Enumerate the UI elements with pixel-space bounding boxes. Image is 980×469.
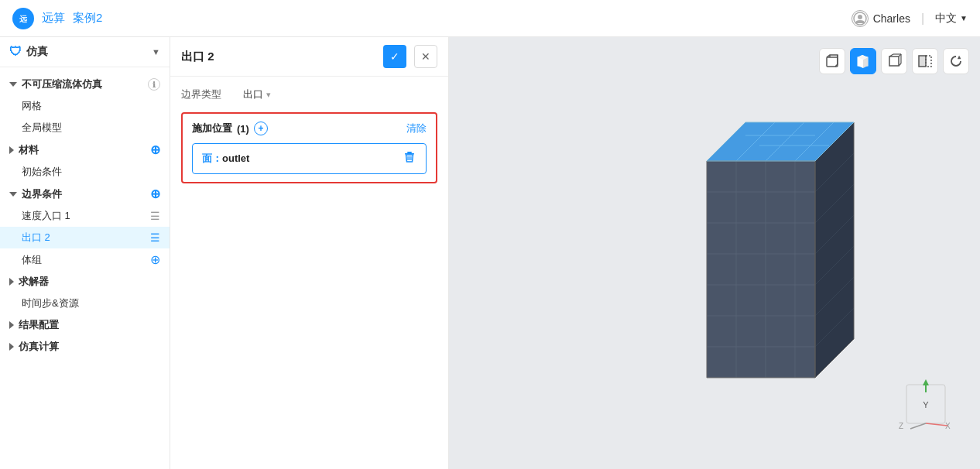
confirm-button[interactable]: ✓ <box>383 45 406 68</box>
face-name: outlet <box>222 152 249 164</box>
sidebar-item-outlet2[interactable]: 出口 2 ☰ <box>0 227 170 248</box>
reset-icon <box>948 53 964 69</box>
add-icon[interactable]: ⊕ <box>150 142 160 157</box>
avatar-icon <box>853 12 867 26</box>
svg-point-3 <box>858 15 862 19</box>
menu-icon[interactable]: ☰ <box>150 231 160 244</box>
expand-icon <box>9 192 17 197</box>
svg-marker-26 <box>815 122 854 378</box>
face-prefix: 面： <box>202 152 222 164</box>
language-selector[interactable]: 中文 ▼ <box>935 12 968 26</box>
axis-indicator: Y Z X <box>895 373 957 438</box>
sidebar-header: 🛡 仿真 ▼ <box>0 37 170 67</box>
panel-body: 边界类型 出口 ▾ 施加位置 (1) + 清除 <box>170 77 448 194</box>
sidebar-item-label: 时间步&资源 <box>22 296 160 310</box>
apply-position-section: 施加位置 (1) + 清除 面：outlet <box>181 112 437 183</box>
wireframe-view-button[interactable] <box>881 48 907 74</box>
chevron-down-icon: ▼ <box>152 47 160 56</box>
header-divider: | <box>921 12 924 26</box>
expand-icon <box>9 343 14 351</box>
boundary-panel: 出口 2 ✓ ✕ 边界类型 出口 ▾ <box>170 37 449 469</box>
sidebar-item-initial-conditions[interactable]: 初始条件 <box>0 161 170 183</box>
sidebar-item-label: 网格 <box>22 99 160 113</box>
sidebar-item-simulation-compute[interactable]: 仿真计算 <box>0 336 170 358</box>
svg-line-62 <box>910 423 926 429</box>
expand-icon <box>9 146 14 154</box>
apply-section-title: 施加位置 (1) + <box>192 122 268 135</box>
add-boundary-icon[interactable]: ⊕ <box>150 187 160 201</box>
svg-rect-17 <box>889 56 899 66</box>
sidebar-item-body-group[interactable]: 体组 ⊕ <box>0 248 170 271</box>
user-info: Charles <box>852 10 910 27</box>
boundary-type-value: 出口 <box>243 87 263 101</box>
menu-icon[interactable]: ☰ <box>150 210 160 222</box>
face-label: 面：outlet <box>202 152 249 166</box>
sidebar-item-incompressible[interactable]: 不可压缩流体仿真 ℹ <box>0 74 170 95</box>
app-logo: 远 <box>12 8 34 29</box>
sidebar-title: 仿真 <box>26 45 48 59</box>
logo-icon: 远 <box>15 11 31 26</box>
axis-svg: Y Z X <box>895 373 957 435</box>
sidebar-item-label: 边界条件 <box>22 187 150 201</box>
svg-marker-59 <box>923 379 929 385</box>
sidebar-item-label: 体组 <box>22 253 150 267</box>
close-button[interactable]: ✕ <box>414 45 437 68</box>
3d-model <box>645 53 877 409</box>
panel-title: 出口 2 <box>181 50 383 64</box>
header-left: 远 远算 案例2 <box>12 8 102 29</box>
project-name-label: 案例2 <box>73 11 102 26</box>
wireframe-icon <box>886 53 902 69</box>
checkmark-icon: ✓ <box>390 50 399 63</box>
language-label: 中文 <box>935 12 957 26</box>
app-name-label: 远算 <box>42 11 65 26</box>
sidebar-item-results-config[interactable]: 结果配置 <box>0 314 170 336</box>
sidebar-content: 不可压缩流体仿真 ℹ 网格 全局模型 材料 ⊕ 初始条件 边界条 <box>0 67 170 469</box>
panel-header: 出口 2 ✓ ✕ <box>170 37 448 77</box>
sidebar-item-label: 材料 <box>19 143 150 157</box>
sidebar-item-boundary-conditions[interactable]: 边界条件 ⊕ <box>0 183 170 205</box>
sidebar-item-label: 出口 2 <box>22 231 147 245</box>
boundary-type-row: 边界类型 出口 ▾ <box>181 87 437 101</box>
sidebar-item-label: 初始条件 <box>22 165 160 179</box>
svg-rect-4 <box>407 152 412 153</box>
panel-actions: ✓ ✕ <box>383 45 437 68</box>
header-right: Charles | 中文 ▼ <box>852 10 968 27</box>
sidebar-item-label: 仿真计算 <box>19 340 160 354</box>
delete-face-button[interactable] <box>403 150 416 167</box>
sidebar-item-global-model[interactable]: 全局模型 <box>0 117 170 139</box>
svg-text:远: 远 <box>19 15 28 23</box>
shield-icon: 🛡 <box>9 45 22 59</box>
clear-button[interactable]: 清除 <box>406 122 427 135</box>
user-avatar <box>852 10 869 27</box>
reset-view-button[interactable] <box>943 48 969 74</box>
sidebar-item-time-resources[interactable]: 时间步&资源 <box>0 293 170 314</box>
main-layout: 🛡 仿真 ▼ 不可压缩流体仿真 ℹ 网格 全局模型 材料 ⊕ <box>0 37 980 469</box>
sidebar-item-solver[interactable]: 求解器 <box>0 271 170 293</box>
boundary-type-label: 边界类型 <box>181 87 243 101</box>
apply-position-label: 施加位置 <box>192 122 232 135</box>
expand-icon <box>9 278 14 286</box>
sidebar-item-label: 求解器 <box>19 275 160 289</box>
sidebar-item-materials[interactable]: 材料 ⊕ <box>0 139 170 161</box>
apply-position-count: (1) <box>237 123 249 135</box>
viewport: Y Z X <box>449 37 980 469</box>
sidebar-item-mesh[interactable]: 网格 <box>0 95 170 117</box>
sidebar-item-label: 速度入口 1 <box>22 209 147 223</box>
chevron-down-icon: ▾ <box>266 90 271 100</box>
section-view-button[interactable] <box>912 48 938 74</box>
add-position-button[interactable]: + <box>254 122 268 135</box>
svg-text:Y: Y <box>923 400 929 409</box>
add-body-icon[interactable]: ⊕ <box>150 252 160 267</box>
face-item: 面：outlet <box>192 143 427 174</box>
boundary-type-select[interactable]: 出口 ▾ <box>243 87 271 101</box>
sidebar-item-label: 结果配置 <box>19 318 160 332</box>
plus-icon: + <box>258 123 263 134</box>
expand-icon <box>9 82 17 87</box>
svg-rect-23 <box>919 56 926 67</box>
svg-rect-24 <box>926 56 931 67</box>
user-name-label: Charles <box>873 12 910 25</box>
sidebar-item-velocity-inlet[interactable]: 速度入口 1 ☰ <box>0 205 170 227</box>
app-header: 远 远算 案例2 Charles | 中文 ▼ <box>0 0 980 37</box>
sidebar-item-label: 不可压缩流体仿真 <box>22 77 145 91</box>
svg-text:Z: Z <box>899 422 903 430</box>
